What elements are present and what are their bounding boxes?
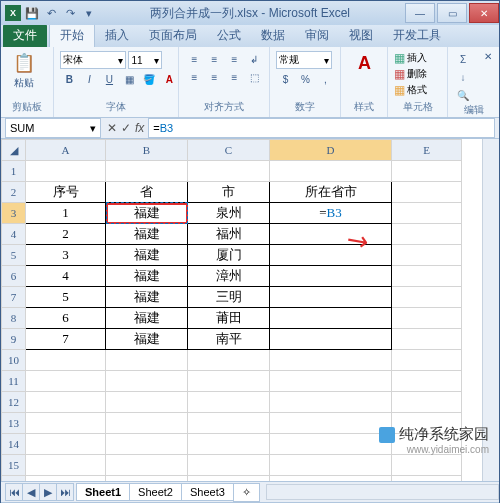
cell[interactable]: 所在省市 <box>270 182 392 203</box>
sheet-tab-2[interactable]: Sheet2 <box>129 483 182 501</box>
row-header[interactable]: 13 <box>2 413 26 434</box>
tab-review[interactable]: 审阅 <box>295 24 339 47</box>
cell[interactable]: 6 <box>26 308 106 329</box>
cell[interactable]: 4 <box>26 266 106 287</box>
autosum-button[interactable]: Σ <box>454 51 472 67</box>
tab-nav-last[interactable]: ⏭ <box>56 483 74 501</box>
cell[interactable] <box>270 245 392 266</box>
save-button[interactable]: 💾 <box>24 5 40 21</box>
cell[interactable]: 省 <box>106 182 188 203</box>
row-header[interactable]: 9 <box>2 329 26 350</box>
styles-button[interactable]: A <box>347 49 381 75</box>
undo-button[interactable]: ↶ <box>43 5 59 21</box>
col-header-e[interactable]: E <box>392 140 462 161</box>
formula-input[interactable]: =B3 <box>148 118 495 138</box>
excel-icon[interactable]: X <box>5 5 21 21</box>
tab-formulas[interactable]: 公式 <box>207 24 251 47</box>
worksheet-area[interactable]: ◢ A B C D E 1 2 序号 省 市 所在省市 3 1 福建 泉州 =B… <box>1 139 499 481</box>
cell-b3[interactable]: 福建 <box>106 203 188 224</box>
cell[interactable]: 漳州 <box>188 266 270 287</box>
horizontal-scrollbar[interactable] <box>266 484 499 500</box>
cell[interactable]: 莆田 <box>188 308 270 329</box>
cell[interactable]: 福建 <box>106 224 188 245</box>
new-sheet-button[interactable]: ✧ <box>233 483 260 502</box>
row-header[interactable]: 3 <box>2 203 26 224</box>
col-header-b[interactable]: B <box>106 140 188 161</box>
comma-button[interactable]: , <box>316 71 334 87</box>
cell[interactable] <box>270 224 392 245</box>
wrap-button[interactable]: ↲ <box>245 51 263 67</box>
tab-file[interactable]: 文件 <box>3 24 47 47</box>
tab-insert[interactable]: 插入 <box>95 24 139 47</box>
fill-button[interactable]: ↓ <box>454 69 472 85</box>
fx-button[interactable]: fx <box>135 121 144 135</box>
cell[interactable]: 福州 <box>188 224 270 245</box>
row-header[interactable]: 5 <box>2 245 26 266</box>
align-bot-button[interactable]: ≡ <box>225 51 243 67</box>
cell[interactable]: 福建 <box>106 329 188 350</box>
tab-nav-prev[interactable]: ◀ <box>22 483 40 501</box>
row-header[interactable]: 15 <box>2 455 26 476</box>
tab-view[interactable]: 视图 <box>339 24 383 47</box>
tab-data[interactable]: 数据 <box>251 24 295 47</box>
cell[interactable]: 序号 <box>26 182 106 203</box>
maximize-button[interactable]: ▭ <box>437 3 467 23</box>
cell[interactable]: 福建 <box>106 287 188 308</box>
col-header-d[interactable]: D <box>270 140 392 161</box>
paste-button[interactable]: 📋粘贴 <box>7 49 41 90</box>
row-header[interactable]: 6 <box>2 266 26 287</box>
number-format-select[interactable]: 常规▾ <box>276 51 332 69</box>
cell[interactable] <box>270 329 392 350</box>
currency-button[interactable]: $ <box>276 71 294 87</box>
cell[interactable]: 3 <box>26 245 106 266</box>
sheet-tab-1[interactable]: Sheet1 <box>76 483 130 501</box>
row-header[interactable]: 4 <box>2 224 26 245</box>
font-name-select[interactable]: 宋体▾ <box>60 51 126 69</box>
font-size-select[interactable]: 11▾ <box>128 51 162 69</box>
align-left-button[interactable]: ≡ <box>185 69 203 85</box>
cell[interactable]: 南平 <box>188 329 270 350</box>
delete-cells-button[interactable]: ▦删除 <box>394 67 427 81</box>
tab-nav-first[interactable]: ⏮ <box>5 483 23 501</box>
format-cells-button[interactable]: ▦格式 <box>394 83 427 97</box>
underline-button[interactable]: U <box>100 71 118 87</box>
col-header-c[interactable]: C <box>188 140 270 161</box>
col-header-a[interactable]: A <box>26 140 106 161</box>
cell[interactable]: 厦门 <box>188 245 270 266</box>
vertical-scrollbar[interactable] <box>482 139 499 481</box>
cell[interactable]: 1 <box>26 203 106 224</box>
row-header[interactable]: 10 <box>2 350 26 371</box>
italic-button[interactable]: I <box>80 71 98 87</box>
row-header[interactable]: 11 <box>2 371 26 392</box>
align-right-button[interactable]: ≡ <box>225 69 243 85</box>
chevron-down-icon[interactable]: ▾ <box>90 122 96 135</box>
sheet-tab-3[interactable]: Sheet3 <box>181 483 234 501</box>
tab-home[interactable]: 开始 <box>49 23 95 47</box>
row-header[interactable]: 1 <box>2 161 26 182</box>
font-color-button[interactable]: A <box>160 71 178 87</box>
row-header[interactable]: 16 <box>2 476 26 482</box>
align-mid-button[interactable]: ≡ <box>205 51 223 67</box>
find-button[interactable]: 🔍 <box>454 87 472 103</box>
redo-button[interactable]: ↷ <box>62 5 78 21</box>
align-center-button[interactable]: ≡ <box>205 69 223 85</box>
cell[interactable] <box>270 287 392 308</box>
cell[interactable]: 福建 <box>106 266 188 287</box>
cell-d3-editing[interactable]: =B3 <box>270 203 392 224</box>
row-header[interactable]: 12 <box>2 392 26 413</box>
row-header[interactable]: 14 <box>2 434 26 455</box>
fill-color-button[interactable]: 🪣 <box>140 71 158 87</box>
cell[interactable]: 福建 <box>106 245 188 266</box>
qat-dropdown-icon[interactable]: ▾ <box>81 5 97 21</box>
cell[interactable]: 三明 <box>188 287 270 308</box>
name-box[interactable]: SUM▾ <box>5 118 101 138</box>
cell[interactable]: 2 <box>26 224 106 245</box>
row-header[interactable]: 2 <box>2 182 26 203</box>
cell[interactable]: 7 <box>26 329 106 350</box>
cell[interactable]: 市 <box>188 182 270 203</box>
cell[interactable]: 5 <box>26 287 106 308</box>
tab-dev[interactable]: 开发工具 <box>383 24 451 47</box>
cell[interactable]: 福建 <box>106 308 188 329</box>
merge-button[interactable]: ⬚ <box>245 69 263 85</box>
enter-formula-button[interactable]: ✓ <box>121 121 131 135</box>
